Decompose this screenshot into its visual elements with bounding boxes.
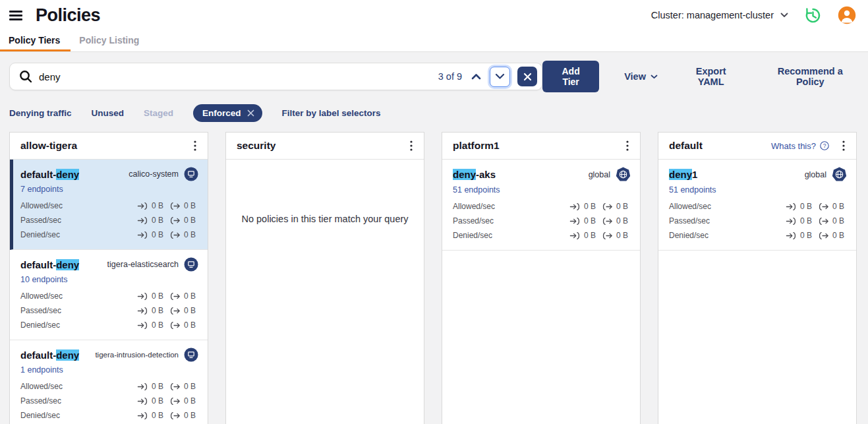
egress-icon (169, 382, 181, 391)
ingress-value: 0 B (152, 320, 163, 330)
filter-denying-traffic[interactable]: Denying traffic (9, 108, 72, 118)
stat-row: Passed/sec 0 B 0 B (20, 303, 198, 318)
filter-unused[interactable]: Unused (92, 108, 125, 118)
filter-label-selectors[interactable]: Filter by label selectors (282, 108, 381, 118)
stat-label: Denied/sec (20, 230, 137, 239)
empty-tier-message: No policies in this tier match your quer… (226, 214, 424, 224)
tier-column-default: default Whats this? ? deny1 global 5 (658, 132, 857, 424)
search-icon (18, 69, 33, 84)
hamburger-menu-icon[interactable] (9, 11, 22, 20)
tier-menu-button[interactable] (618, 136, 637, 155)
view-menu-button[interactable]: View (624, 71, 658, 82)
policy-card[interactable]: deny-aks global 51 endpoints Allowed/sec… (442, 160, 640, 251)
kebab-menu-icon (626, 140, 629, 151)
policy-card[interactable]: default-deny calico-system 7 endpoints A… (10, 160, 208, 250)
policy-name: deny-aks (453, 169, 496, 180)
egress-icon (169, 202, 181, 210)
egress-icon (169, 411, 181, 420)
filter-staged[interactable]: Staged (144, 108, 173, 118)
policy-card-top: default-deny tigera-elasticsearch (20, 257, 198, 272)
namespace-icon (184, 257, 198, 272)
tier-column-security: security No policies in this tier match … (225, 132, 424, 424)
ingress-value: 0 B (152, 230, 163, 239)
search-highlight: deny (669, 169, 692, 180)
export-yaml-button[interactable]: Export YAML (683, 66, 739, 87)
policy-card[interactable]: deny1 global 51 endpoints Allowed/sec 0 … (658, 160, 856, 251)
tier-menu-button[interactable] (402, 136, 420, 155)
chevron-down-icon (780, 13, 788, 18)
policy-card[interactable]: default-deny tigera-elasticsearch 10 end… (10, 250, 208, 340)
egress-value: 0 B (184, 396, 196, 406)
history-icon[interactable] (804, 7, 822, 24)
recommend-policy-button[interactable]: Recommend a Policy (764, 66, 856, 87)
tier-header: platform1 (442, 133, 640, 160)
ingress-value: 0 B (152, 201, 163, 210)
egress-icon (818, 217, 829, 226)
egress-icon (169, 307, 181, 315)
policy-name: default-deny (20, 259, 79, 270)
search-prev-button[interactable] (471, 73, 481, 80)
stat-label: Allowed/sec (20, 382, 137, 391)
stat-row: Allowed/sec 0 B 0 B (20, 379, 198, 394)
endpoints-link[interactable]: 51 endpoints (669, 185, 847, 195)
egress-value: 0 B (616, 216, 628, 226)
filter-enforced-active[interactable]: Enforced (193, 104, 262, 122)
endpoints-link[interactable]: 51 endpoints (453, 185, 631, 195)
ingress-icon (786, 202, 797, 211)
egress-value: 0 B (184, 320, 196, 330)
ingress-value: 0 B (152, 382, 163, 391)
tab-bar: Policy Tiers Policy Listing (0, 30, 868, 52)
search-input[interactable] (39, 71, 438, 82)
stat-row: Denied/sec 0 B 0 B (20, 318, 198, 332)
endpoints-link[interactable]: 7 endpoints (20, 185, 198, 194)
question-circle-icon: ? (820, 141, 829, 150)
ingress-icon (137, 397, 148, 406)
kebab-menu-icon (842, 140, 845, 151)
tier-name: security (237, 140, 402, 152)
search-highlight: deny (56, 349, 79, 361)
tier-menu-button[interactable] (834, 136, 853, 155)
policy-card-top: default-deny calico-system (20, 167, 198, 181)
ingress-value: 0 B (800, 231, 812, 240)
ingress-value: 0 B (800, 202, 812, 211)
egress-icon (169, 292, 181, 301)
ingress-value: 0 B (584, 231, 596, 240)
whats-this-label: Whats this? (771, 141, 816, 151)
search-next-button[interactable] (490, 67, 510, 87)
ingress-icon (786, 217, 797, 226)
filter-bar: Denying traffic Unused Staged Enforced F… (0, 92, 868, 132)
tab-policy-tiers[interactable]: Policy Tiers (0, 30, 71, 51)
toolbar-actions: Add Tier View Export YAML Recommend a Po… (542, 61, 856, 92)
ingress-icon (569, 202, 581, 211)
policy-name: default-deny (20, 349, 79, 361)
tab-policy-listing[interactable]: Policy Listing (71, 30, 150, 51)
stat-row: Denied/sec 0 B 0 B (669, 228, 847, 243)
egress-icon (169, 321, 181, 330)
egress-icon (818, 202, 829, 211)
global-scope-icon (832, 167, 847, 182)
search-match-count: 3 of 9 (438, 71, 462, 82)
cluster-selector[interactable]: Cluster: management-cluster (651, 10, 788, 20)
tier-column-allow-tigera: allow-tigera default-deny calico-system … (9, 132, 208, 424)
search-clear-button[interactable] (517, 67, 537, 86)
search-highlight: deny (56, 259, 79, 270)
ingress-value: 0 B (800, 216, 812, 226)
egress-value: 0 B (832, 231, 844, 240)
stat-label: Denied/sec (20, 320, 137, 330)
user-avatar-icon[interactable] (838, 6, 856, 24)
ingress-icon (137, 321, 148, 330)
tier-menu-button[interactable] (186, 136, 204, 155)
namespace-label: calico-system (129, 169, 179, 179)
tier-name: default (669, 140, 771, 152)
egress-value: 0 B (832, 216, 844, 226)
search-highlight: deny (56, 169, 79, 180)
ingress-icon (137, 382, 148, 391)
endpoints-link[interactable]: 10 endpoints (20, 275, 198, 284)
policy-card-top: deny1 global (669, 167, 847, 182)
svg-text:?: ? (823, 142, 826, 149)
policy-scope: tigera-intrusion-detection (95, 348, 198, 362)
add-tier-button[interactable]: Add Tier (542, 61, 599, 92)
policy-card[interactable]: default-deny tigera-intrusion-detection … (10, 340, 208, 424)
endpoints-link[interactable]: 1 endpoints (20, 365, 198, 375)
whats-this-link[interactable]: Whats this? ? (771, 141, 829, 151)
